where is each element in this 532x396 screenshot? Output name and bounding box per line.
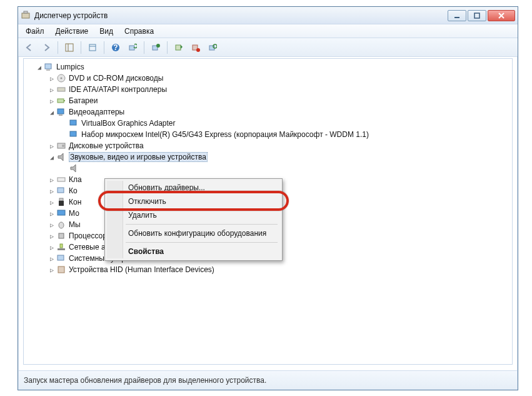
sound-icon xyxy=(56,152,66,162)
collapse-icon[interactable]: ◢ xyxy=(35,64,44,71)
toolbar-separator xyxy=(81,41,81,54)
status-bar: Запуск мастера обновления драйверов для … xyxy=(19,370,517,389)
svg-rect-28 xyxy=(59,114,63,116)
context-scan-hardware[interactable]: Обновить конфигурацию оборудования xyxy=(107,226,280,240)
scan-button[interactable] xyxy=(125,40,140,55)
svg-rect-43 xyxy=(58,248,65,250)
expand-icon[interactable]: ▷ xyxy=(48,221,56,228)
svg-rect-25 xyxy=(58,99,64,103)
svg-rect-20 xyxy=(45,64,51,69)
expand-icon[interactable]: ▷ xyxy=(48,267,56,273)
svg-rect-21 xyxy=(46,69,50,71)
display-adapter-icon xyxy=(56,107,66,117)
tree-root[interactable]: ◢ Lumpics xyxy=(26,61,512,73)
context-update-drivers[interactable]: Обновить драйверы... xyxy=(107,181,280,195)
svg-rect-1 xyxy=(24,11,28,13)
collapse-icon[interactable]: ◢ xyxy=(48,154,56,161)
context-uninstall[interactable]: Удалить xyxy=(107,208,280,222)
controller-icon xyxy=(56,84,66,94)
computer-icon xyxy=(56,186,66,196)
svg-point-32 xyxy=(62,145,64,147)
forward-button[interactable] xyxy=(39,40,54,55)
expand-icon[interactable]: ▷ xyxy=(48,210,56,217)
expand-icon[interactable]: ▷ xyxy=(48,199,56,206)
svg-rect-27 xyxy=(58,109,64,114)
back-button[interactable] xyxy=(22,40,37,55)
window-controls xyxy=(448,10,515,21)
context-properties[interactable]: Свойства xyxy=(107,245,280,258)
tree-node-dvd[interactable]: ▷ DVD и CD-ROM дисководы xyxy=(26,73,512,84)
svg-rect-3 xyxy=(474,13,479,18)
svg-rect-29 xyxy=(70,120,76,125)
expand-icon[interactable]: ▷ xyxy=(48,233,56,240)
menu-view[interactable]: Вид xyxy=(94,26,118,37)
device-manager-window: Диспетчер устройств Файл Действие Вид Сп… xyxy=(18,6,518,390)
toolbar-separator xyxy=(144,41,144,54)
menu-file[interactable]: Файл xyxy=(21,26,49,37)
tree-node-ide[interactable]: ▷ IDE ATA/ATAPI контроллеры xyxy=(26,84,512,95)
menu-help[interactable]: Справка xyxy=(119,26,159,37)
context-separator xyxy=(126,242,278,243)
context-disable[interactable]: Отключить xyxy=(107,195,280,208)
tree-item-sound-device[interactable] xyxy=(26,163,512,174)
help-button[interactable]: ? xyxy=(108,40,123,55)
display-adapter-icon xyxy=(69,129,79,140)
svg-rect-37 xyxy=(59,198,63,201)
svg-rect-39 xyxy=(58,210,65,215)
expand-icon[interactable]: ▷ xyxy=(48,176,56,183)
toolbar-separator xyxy=(167,41,168,54)
properties-button[interactable] xyxy=(85,40,100,55)
maximize-button[interactable] xyxy=(468,10,486,21)
svg-rect-38 xyxy=(59,201,64,206)
tree-node-sound[interactable]: ◢ Звуковые, видео и игровые устройства xyxy=(26,151,512,163)
monitor-icon xyxy=(56,208,66,218)
context-menu: Обновить драйверы... Отключить Удалить О… xyxy=(104,178,283,261)
tree-node-video[interactable]: ◢ Видеоадаптеры xyxy=(26,106,512,118)
battery-icon xyxy=(56,96,66,106)
update-driver-button[interactable] xyxy=(148,40,163,55)
svg-point-14 xyxy=(156,44,160,48)
display-adapter-icon xyxy=(69,118,79,128)
toolbar-separator xyxy=(58,41,58,54)
menu-action[interactable]: Действие xyxy=(51,26,94,37)
collapse-icon[interactable]: ◢ xyxy=(48,109,56,116)
close-button[interactable] xyxy=(488,10,515,21)
expand-icon[interactable]: ▷ xyxy=(48,86,56,93)
svg-rect-8 xyxy=(89,44,96,51)
disc-icon xyxy=(56,73,66,83)
expand-icon[interactable]: ▷ xyxy=(48,143,56,150)
svg-rect-44 xyxy=(58,255,64,260)
svg-rect-30 xyxy=(70,131,76,136)
expand-icon[interactable]: ▷ xyxy=(48,244,56,251)
expand-icon[interactable]: ▷ xyxy=(48,188,56,195)
svg-marker-34 xyxy=(71,165,76,172)
svg-rect-26 xyxy=(64,100,65,101)
toolbar-separator xyxy=(104,41,104,54)
tree-item-intel-adapter[interactable]: Набор микросхем Intel(R) G45/G43 Express… xyxy=(26,129,512,140)
tree-node-hid[interactable]: ▷ Устройства HID (Human Interface Device… xyxy=(26,264,512,275)
expand-icon[interactable]: ▷ xyxy=(48,98,56,104)
context-separator xyxy=(126,224,278,225)
enable-button[interactable] xyxy=(171,40,186,55)
svg-marker-33 xyxy=(58,153,63,161)
show-hide-console-button[interactable] xyxy=(62,40,77,55)
tree-node-disk[interactable]: ▷ Дисковые устройства xyxy=(26,140,512,151)
svg-rect-12 xyxy=(129,46,134,50)
expand-icon[interactable]: ▷ xyxy=(48,75,56,82)
usb-icon xyxy=(56,197,66,207)
keyboard-icon xyxy=(56,175,66,185)
uninstall-button[interactable] xyxy=(205,40,220,55)
system-icon xyxy=(56,253,66,263)
expand-icon[interactable]: ▷ xyxy=(48,255,56,262)
window-title: Диспетчер устройств xyxy=(34,11,448,20)
titlebar[interactable]: Диспетчер устройств xyxy=(18,7,518,24)
svg-point-40 xyxy=(59,222,64,228)
hid-icon xyxy=(56,265,66,275)
mouse-icon xyxy=(56,220,66,230)
tree-item-vbox-adapter[interactable]: VirtualBox Graphics Adapter xyxy=(26,118,512,129)
svg-text:?: ? xyxy=(113,43,118,52)
minimize-button[interactable] xyxy=(448,10,466,21)
computer-icon xyxy=(44,62,54,72)
tree-node-battery[interactable]: ▷ Батареи xyxy=(26,95,512,106)
disable-button[interactable] xyxy=(188,40,203,55)
